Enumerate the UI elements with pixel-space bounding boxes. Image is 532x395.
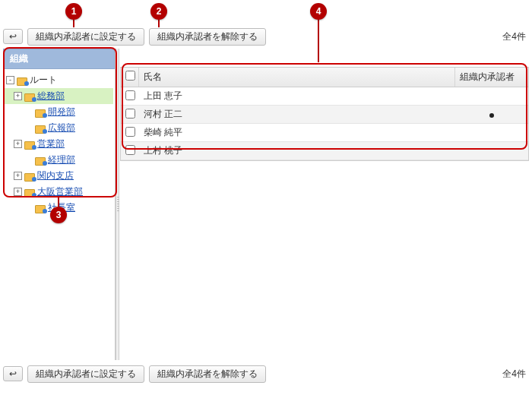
select-all-checkbox[interactable] bbox=[125, 71, 135, 81]
row-name: 河村 正二 bbox=[139, 106, 455, 123]
tree-toggle-icon[interactable]: + bbox=[14, 92, 22, 100]
row-name: 上村 桃子 bbox=[139, 142, 455, 160]
row-approver bbox=[455, 107, 528, 122]
callout-3-stem bbox=[58, 198, 59, 207]
grid-header-name[interactable]: 氏名 bbox=[139, 68, 455, 87]
tree-node-label[interactable]: 大阪営業部 bbox=[37, 185, 83, 198]
callout-4-stem bbox=[318, 20, 319, 62]
grid-header-approver[interactable]: 組織内承認者 bbox=[455, 68, 528, 87]
org-folder-icon bbox=[24, 140, 35, 149]
tree-root-label[interactable]: ルート bbox=[30, 74, 57, 87]
unset-approver-button[interactable]: 組織内承認者を解除する bbox=[149, 28, 266, 46]
org-folder-icon bbox=[24, 172, 35, 181]
callout-4: 4 bbox=[310, 3, 327, 20]
tree-node-eigyou[interactable]: + 営業部 bbox=[5, 136, 113, 152]
toolbar-bottom: ↩ 組織内承認者に設定する 組織内承認者を解除する 全4件 bbox=[3, 365, 529, 383]
org-folder-icon bbox=[24, 92, 35, 101]
set-approver-button[interactable]: 組織内承認者に設定する bbox=[27, 28, 144, 46]
member-grid: 氏名 組織内承認者 上田 恵子 河村 正二 柴崎 純平 上村 桃子 bbox=[120, 67, 529, 161]
sidebar-title: 組織 bbox=[3, 49, 115, 69]
org-folder-icon bbox=[24, 188, 35, 197]
back-button[interactable]: ↩ bbox=[3, 29, 23, 44]
tree-node-label[interactable]: 広報部 bbox=[48, 122, 75, 134]
tree-node-label[interactable]: 関内支店 bbox=[37, 169, 74, 182]
org-folder-icon bbox=[35, 108, 46, 117]
row-checkbox[interactable] bbox=[125, 127, 135, 137]
tree-toggle-blank bbox=[24, 156, 33, 164]
tree-node-kouhou[interactable]: 広報部 bbox=[5, 120, 113, 136]
set-approver-button-bottom[interactable]: 組織内承認者に設定する bbox=[27, 365, 144, 383]
splitter[interactable] bbox=[116, 49, 119, 360]
row-approver bbox=[455, 131, 528, 135]
tree-node-soumu[interactable]: + 総務部 bbox=[5, 88, 113, 104]
table-row[interactable]: 上村 桃子 bbox=[121, 142, 528, 160]
tree-node-label[interactable]: 営業部 bbox=[37, 137, 65, 150]
row-checkbox[interactable] bbox=[125, 90, 135, 100]
tree-toggle-icon[interactable]: + bbox=[14, 188, 22, 196]
tree-node-label[interactable]: 経理部 bbox=[48, 153, 75, 166]
tree-root[interactable]: - ルート bbox=[5, 72, 113, 88]
tree-toggle-icon[interactable]: + bbox=[14, 140, 22, 148]
tree-node-label[interactable]: 開発部 bbox=[48, 106, 75, 118]
unset-approver-button-bottom[interactable]: 組織内承認者を解除する bbox=[149, 365, 266, 383]
row-name: 柴崎 純平 bbox=[139, 124, 455, 141]
callout-1: 1 bbox=[65, 3, 82, 20]
callout-1-stem bbox=[73, 20, 74, 27]
tree-node-keiri[interactable]: 経理部 bbox=[5, 152, 113, 168]
tree-toggle-blank bbox=[24, 108, 33, 116]
callout-2-stem bbox=[158, 20, 160, 27]
back-button-bottom[interactable]: ↩ bbox=[3, 366, 23, 381]
table-row[interactable]: 上田 恵子 bbox=[121, 87, 528, 106]
approver-dot-icon bbox=[489, 113, 494, 118]
tree-toggle-icon[interactable]: + bbox=[14, 172, 22, 180]
tree-toggle-blank bbox=[24, 124, 33, 132]
org-folder-icon bbox=[35, 204, 46, 213]
tree-node-kannai[interactable]: + 関内支店 bbox=[5, 168, 113, 184]
row-checkbox[interactable] bbox=[125, 109, 135, 118]
org-tree: - ルート + 総務部 開発部 広報部 + 営業部 bbox=[3, 69, 115, 219]
row-approver bbox=[455, 94, 528, 99]
org-folder-icon bbox=[35, 124, 46, 133]
row-approver bbox=[455, 149, 528, 153]
table-row[interactable]: 柴崎 純平 bbox=[121, 124, 528, 142]
org-folder-icon bbox=[35, 156, 46, 165]
org-folder-icon bbox=[17, 76, 27, 85]
org-sidebar: 組織 - ルート + 総務部 開発部 広報部 bbox=[3, 49, 116, 360]
tree-toggle-icon[interactable]: - bbox=[6, 76, 14, 84]
toolbar-top: ↩ 組織内承認者に設定する 組織内承認者を解除する 全4件 bbox=[3, 27, 529, 46]
callout-3: 3 bbox=[50, 207, 67, 223]
row-name: 上田 恵子 bbox=[139, 87, 455, 105]
tree-toggle-blank bbox=[24, 204, 33, 212]
tree-node-label[interactable]: 総務部 bbox=[37, 90, 65, 103]
grid-header-checkbox[interactable] bbox=[121, 68, 139, 87]
row-checkbox[interactable] bbox=[125, 145, 135, 155]
record-count-top: 全4件 bbox=[502, 30, 529, 43]
main-area: 氏名 組織内承認者 上田 恵子 河村 正二 柴崎 純平 上村 桃子 bbox=[120, 49, 529, 360]
table-row[interactable]: 河村 正二 bbox=[121, 106, 528, 124]
grid-header: 氏名 組織内承認者 bbox=[121, 68, 528, 87]
tree-node-kaihatsu[interactable]: 開発部 bbox=[5, 104, 113, 120]
callout-2: 2 bbox=[150, 3, 167, 20]
record-count-bottom: 全4件 bbox=[502, 368, 529, 381]
